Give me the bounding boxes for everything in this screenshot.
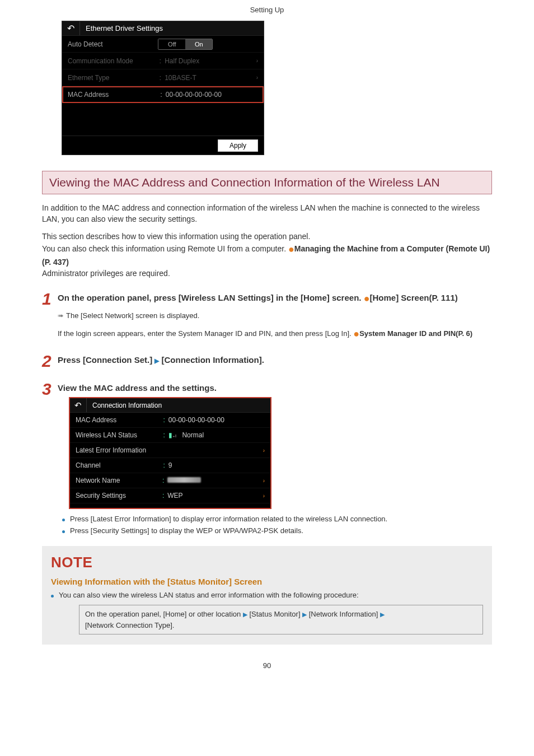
result-arrow-icon: ➠ xyxy=(58,311,66,320)
chevron-right-icon: › xyxy=(256,74,258,81)
row-ethernet-type: Ethernet Type : 10BASE-T › xyxy=(62,69,264,86)
comm-mode-label: Communication Mode xyxy=(68,57,160,65)
connection-info-panel: ↶ Connection Information MAC Address : 0… xyxy=(69,397,271,509)
step1-line2-link[interactable]: System Manager ID and PIN(P. 6) xyxy=(359,329,472,338)
intro3: Administrator privileges are required. xyxy=(42,269,170,278)
mac-address-label: MAC Address xyxy=(68,91,160,99)
step3-title: View the MAC address and the settings. xyxy=(58,383,492,393)
note-subheading: Viewing Information with the [Status Mon… xyxy=(51,577,483,586)
triangle-right-icon: ▶ xyxy=(380,611,385,618)
row-channel: Channel : 9 xyxy=(70,458,270,473)
row-auto-detect[interactable]: Auto Detect Off On xyxy=(62,36,264,53)
lbl: Wireless LAN Status xyxy=(76,431,163,439)
step2-title-b: [Connection Information]. xyxy=(159,355,264,365)
val: ▮₊ı Normal xyxy=(168,431,265,439)
bullet-1: Press [Latest Error Information] to disp… xyxy=(62,515,492,523)
val: 9 xyxy=(168,461,265,469)
step1-line1: The [Select Network] screen is displayed… xyxy=(66,311,199,320)
row-wlan-status: Wireless LAN Status : ▮₊ı Normal xyxy=(70,428,270,443)
network-name-hidden xyxy=(167,477,201,483)
ethernet-type-label: Ethernet Type xyxy=(68,74,160,82)
note-procedure-box: On the operation panel, [Home] or other … xyxy=(79,605,483,634)
chevron-right-icon: › xyxy=(256,58,258,64)
proc-b: [Status Monitor] xyxy=(247,610,302,618)
step1-title-pre: On the operation panel, press [Wireless … xyxy=(58,293,364,302)
toggle-off[interactable]: Off xyxy=(158,39,185,49)
intro2a: This section describes how to view this … xyxy=(42,232,310,241)
lbl: Channel xyxy=(76,461,163,469)
step1-line2-pre: If the login screen appears, enter the S… xyxy=(58,329,353,338)
panel2-title: Connection Information xyxy=(87,402,162,409)
link-icon: ● xyxy=(364,293,370,304)
comm-mode-value: Half Duplex xyxy=(165,57,256,65)
row-mac-address: MAC Address : 00-00-00-00-00-00 xyxy=(62,86,264,103)
ethernet-settings-panel: ↶ Ethernet Driver Settings Auto Detect O… xyxy=(62,21,264,155)
row-security-settings[interactable]: Security Settings : WEP › xyxy=(70,488,270,503)
row-network-name[interactable]: Network Name : › xyxy=(70,473,270,488)
ethernet-type-value: 10BASE-T xyxy=(165,74,256,82)
auto-detect-label: Auto Detect xyxy=(68,40,158,48)
step-1: 1 On the operation panel, press [Wireles… xyxy=(42,291,492,342)
back-icon[interactable]: ↶ xyxy=(62,21,80,35)
lbl: Latest Error Information xyxy=(76,446,162,454)
triangle-right-icon: ▶ xyxy=(302,611,307,618)
section-heading: Viewing the MAC Address and Connection I… xyxy=(42,171,492,194)
row-latest-error[interactable]: Latest Error Information : › xyxy=(70,443,270,458)
step-number-2: 2 xyxy=(42,353,58,370)
page-number: 90 xyxy=(42,661,492,670)
note-bullet: You can also view the wireless LAN statu… xyxy=(51,591,483,599)
proc-a: On the operation panel, [Home] or other … xyxy=(85,610,243,618)
toggle-on[interactable]: On xyxy=(185,39,212,49)
row-mac-address-2: MAC Address : 00-00-00-00-00-00 xyxy=(70,413,270,428)
val: 00-00-00-00-00-00 xyxy=(168,416,265,424)
link-icon: ● xyxy=(288,244,294,255)
step3-bullets: Press [Latest Error Information] to disp… xyxy=(62,515,492,535)
link-icon: ● xyxy=(353,328,359,339)
step-3: 3 View the MAC address and the settings.… xyxy=(42,381,492,509)
step2-title-a: Press [Connection Set.] xyxy=(58,355,154,365)
step1-title-link[interactable]: [Home] Screen(P. 111) xyxy=(370,293,458,302)
bullet-2: Press [Security Settings] to display the… xyxy=(62,526,492,535)
signal-icon: ▮ xyxy=(168,431,172,439)
page-header: Setting Up xyxy=(42,6,492,14)
wlan-status-text: Normal xyxy=(182,431,204,439)
proc-c: [Network Information] xyxy=(307,610,380,618)
val: WEP xyxy=(167,492,263,500)
panel1-title: Ethernet Driver Settings xyxy=(80,24,163,32)
lbl: MAC Address xyxy=(76,416,163,424)
intro2b-pre: You can also check this information usin… xyxy=(42,244,288,253)
back-icon[interactable]: ↶ xyxy=(70,398,87,412)
apply-button[interactable]: Apply xyxy=(218,139,258,152)
note-block: NOTE Viewing Information with the [Statu… xyxy=(42,546,492,645)
chevron-right-icon: › xyxy=(263,478,265,484)
mac-address-value: 00-00-00-00-00-00 xyxy=(166,91,258,99)
step-2: 2 Press [Connection Set.] ▶ [Connection … xyxy=(42,353,492,370)
lbl: Network Name xyxy=(76,477,162,484)
step-number-1: 1 xyxy=(42,291,58,342)
intro-paragraph-1: In addition to the MAC address and conne… xyxy=(42,202,492,225)
proc-d: [Network Connection Type]. xyxy=(85,621,174,629)
chevron-right-icon: › xyxy=(263,447,265,454)
chevron-right-icon: › xyxy=(263,493,265,499)
auto-detect-toggle[interactable]: Off On xyxy=(158,39,213,50)
triangle-right-icon: ▶ xyxy=(243,611,247,618)
note-title: NOTE xyxy=(51,554,483,571)
step-number-3: 3 xyxy=(42,381,58,509)
lbl: Security Settings xyxy=(76,492,162,500)
intro-paragraph-2: This section describes how to view this … xyxy=(42,231,492,279)
row-comm-mode: Communication Mode : Half Duplex › xyxy=(62,53,264,69)
